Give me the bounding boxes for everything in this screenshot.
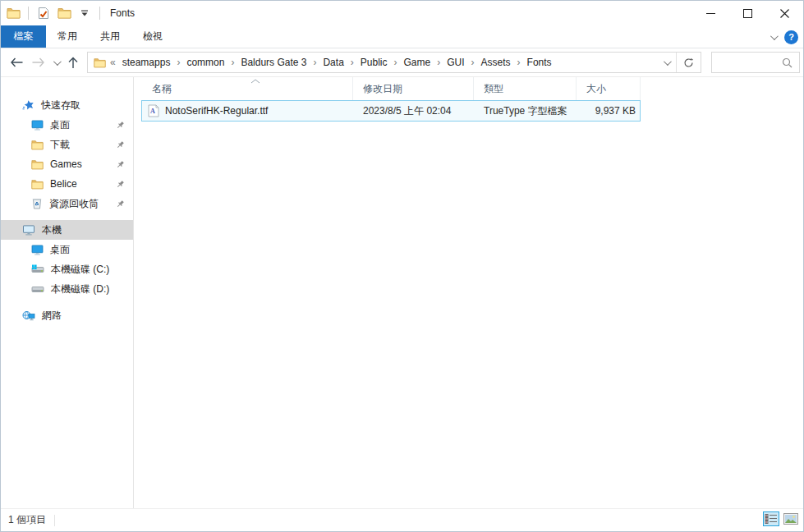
breadcrumb-item-public[interactable]: Public	[355, 57, 393, 68]
navigation-buttons	[1, 53, 87, 72]
details-view-icon	[765, 513, 778, 525]
question-mark-icon: ?	[788, 32, 794, 42]
sidebar-item-label: 本機磁碟 (C:)	[51, 263, 109, 277]
sidebar-item-label: 下載	[50, 138, 70, 152]
explorer-window: Fonts 檔案 常用 共用 檢視 ?	[0, 0, 804, 532]
breadcrumb-item-steamapps[interactable]: steamapps	[117, 57, 177, 68]
tab-view[interactable]: 檢視	[131, 25, 174, 48]
view-toggles	[763, 511, 800, 526]
breadcrumb-item-gui[interactable]: GUI	[441, 57, 470, 68]
sidebar-item-local-disk-c[interactable]: 本機磁碟 (C:)	[1, 259, 133, 279]
customize-toolbar-dropdown[interactable]	[76, 5, 93, 21]
breadcrumb-ellipsis[interactable]: «	[109, 57, 117, 68]
pin-icon	[116, 160, 125, 169]
maximize-button[interactable]	[729, 1, 766, 25]
search-box	[711, 52, 800, 73]
sidebar-item-desktop-pinned[interactable]: 桌面	[1, 115, 133, 135]
file-row[interactable]: A NotoSerifHK-Regular.ttf 2023/8/5 上午 02…	[141, 100, 641, 122]
sidebar-item-label: 資源回收筒	[49, 197, 99, 211]
recent-locations-dropdown[interactable]	[53, 53, 59, 72]
properties-button[interactable]	[35, 5, 52, 21]
help-button[interactable]: ?	[784, 30, 798, 44]
quick-access-toolbar: Fonts	[1, 5, 135, 21]
arrow-left-icon	[10, 57, 23, 67]
sidebar-item-belice[interactable]: Belice	[1, 174, 133, 194]
arrow-up-icon	[68, 57, 78, 69]
tab-file[interactable]: 檔案	[1, 25, 46, 48]
sidebar-item-local-disk-d[interactable]: 本機磁碟 (D:)	[1, 279, 133, 299]
tab-home[interactable]: 常用	[46, 25, 89, 48]
file-type-cell: TrueType 字型檔案	[474, 104, 577, 118]
sidebar-item-network[interactable]: 網路	[1, 305, 133, 325]
column-headers: 名稱 修改日期 類型 大小	[141, 77, 803, 100]
large-icons-view-button[interactable]	[782, 511, 800, 526]
sidebar-item-desktop[interactable]: 桌面	[1, 240, 133, 259]
ribbon-tab-row: 檔案 常用 共用 檢視 ?	[1, 25, 803, 48]
close-button[interactable]	[766, 1, 803, 25]
column-header-name[interactable]: 名稱	[141, 77, 353, 100]
file-name: NotoSerifHK-Regular.ttf	[165, 105, 268, 117]
back-button[interactable]	[10, 53, 23, 72]
drive-icon	[31, 284, 44, 294]
breadcrumb-item-baldurs-gate-3[interactable]: Baldurs Gate 3	[235, 57, 312, 68]
breadcrumb-item-common[interactable]: common	[181, 57, 230, 68]
pin-icon	[116, 200, 125, 209]
sidebar-item-games[interactable]: Games	[1, 154, 133, 174]
file-name-cell: A NotoSerifHK-Regular.ttf	[142, 104, 353, 117]
sidebar-item-downloads[interactable]: 下載	[1, 135, 133, 154]
app-folder-icon	[5, 5, 21, 21]
address-dropdown-button[interactable]	[656, 53, 676, 72]
sidebar-section-gap	[1, 213, 133, 220]
collapse-ribbon-button[interactable]	[770, 27, 776, 47]
refresh-icon	[683, 57, 694, 68]
up-button[interactable]	[68, 53, 78, 72]
refresh-button[interactable]	[676, 53, 701, 72]
sidebar-item-label: 本機磁碟 (D:)	[51, 282, 109, 296]
tab-share[interactable]: 共用	[89, 25, 131, 48]
status-bar: 1 個項目	[1, 508, 803, 531]
sidebar-item-label: Games	[50, 158, 82, 170]
column-header-label: 類型	[484, 82, 503, 96]
sidebar-item-label: Belice	[50, 178, 77, 190]
sidebar-item-quick-access[interactable]: 快速存取	[1, 95, 133, 115]
breadcrumb-item-game[interactable]: Game	[398, 57, 437, 68]
navigation-pane: 快速存取 桌面 下載	[1, 77, 134, 508]
pin-icon	[116, 140, 125, 149]
breadcrumb-item-assets[interactable]: Assets	[476, 57, 517, 68]
sidebar-item-this-pc[interactable]: 本機	[1, 220, 133, 240]
file-list-pane: 名稱 修改日期 類型 大小 A NotoSerifHK-Regular.ttf …	[134, 77, 803, 508]
sidebar-item-recycle-bin[interactable]: 資源回收筒	[1, 194, 133, 213]
search-input[interactable]	[712, 53, 782, 71]
svg-text:A: A	[150, 108, 155, 115]
column-header-label: 名稱	[152, 82, 172, 96]
sidebar-item-label: 本機	[42, 223, 62, 237]
file-date-cell: 2023/8/5 上午 02:04	[353, 104, 474, 118]
column-header-type[interactable]: 類型	[474, 77, 577, 100]
column-header-label: 修改日期	[363, 82, 402, 96]
font-file-icon: A	[148, 104, 159, 117]
search-icon	[782, 57, 793, 68]
column-header-date[interactable]: 修改日期	[353, 77, 474, 100]
sort-ascending-icon	[250, 79, 260, 84]
breadcrumb-item-data[interactable]: Data	[317, 57, 349, 68]
folder-icon	[94, 57, 106, 68]
sidebar-item-label: 快速存取	[41, 99, 80, 112]
address-bar[interactable]: « steamapps › common › Baldurs Gate 3 › …	[87, 52, 701, 73]
column-header-size[interactable]: 大小	[577, 77, 641, 100]
column-header-label: 大小	[586, 82, 606, 96]
minimize-button[interactable]	[692, 1, 729, 25]
file-size-cell: 9,937 KB	[577, 105, 636, 117]
address-row: « steamapps › common › Baldurs Gate 3 › …	[1, 48, 803, 77]
desktop-icon	[31, 245, 44, 255]
title-bar: Fonts	[1, 1, 803, 25]
details-view-button[interactable]	[763, 511, 779, 526]
desktop-icon	[31, 120, 44, 131]
folder-icon	[31, 140, 44, 150]
window-title: Fonts	[110, 7, 135, 19]
pin-icon	[116, 180, 125, 189]
forward-button[interactable]	[32, 53, 45, 72]
new-folder-button[interactable]	[56, 5, 72, 21]
sidebar-item-label: 桌面	[50, 118, 70, 132]
breadcrumb-item-fonts[interactable]: Fonts	[521, 57, 558, 68]
chevron-down-icon	[53, 57, 62, 66]
